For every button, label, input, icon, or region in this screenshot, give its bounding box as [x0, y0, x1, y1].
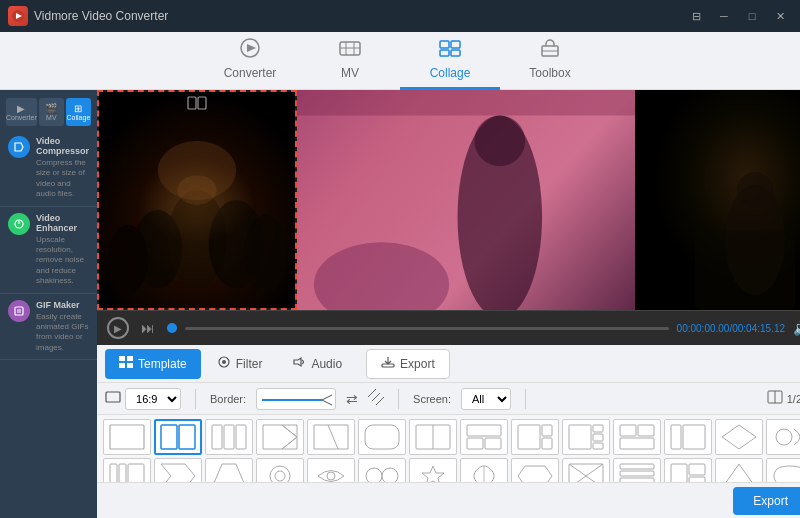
template-15[interactable] — [154, 458, 202, 482]
svg-line-47 — [322, 395, 332, 400]
svg-rect-66 — [467, 438, 483, 449]
template-16[interactable] — [205, 458, 253, 482]
svg-rect-101 — [671, 464, 687, 482]
left-converter-label: Converter — [6, 114, 37, 121]
svg-rect-73 — [593, 434, 603, 441]
minimize-button[interactable]: ─ — [712, 7, 736, 25]
svg-rect-77 — [620, 438, 654, 449]
template-22[interactable] — [511, 458, 559, 482]
template-18[interactable] — [307, 458, 355, 482]
svg-rect-74 — [593, 443, 603, 449]
left-tab-collage[interactable]: ⊞ Collage — [66, 98, 91, 126]
svg-rect-71 — [569, 425, 591, 449]
left-item-text-0: Video Compressor Compress the size or si… — [36, 136, 89, 200]
svg-marker-80 — [722, 425, 756, 449]
template-2[interactable] — [205, 419, 253, 455]
template-5[interactable] — [358, 419, 406, 455]
template-14[interactable] — [103, 458, 151, 482]
svg-marker-3 — [247, 44, 256, 52]
template-10[interactable] — [613, 419, 661, 455]
svg-rect-102 — [689, 464, 705, 475]
pattern-icon — [368, 389, 384, 408]
left-tab-converter[interactable]: ▶ Converter — [6, 98, 37, 126]
collage-icon — [438, 38, 462, 63]
left-item-2[interactable]: GIF Maker Easily create animated GIFs fr… — [0, 294, 97, 361]
progress-bar[interactable] — [185, 327, 669, 330]
top-navigation: Converter MV Collage — [0, 32, 800, 90]
svg-rect-9 — [451, 41, 460, 48]
template-3[interactable] — [256, 419, 304, 455]
template-tab[interactable]: Template — [105, 349, 201, 379]
template-25[interactable] — [664, 458, 712, 482]
template-11[interactable] — [664, 419, 712, 455]
border-dropdown[interactable] — [256, 388, 336, 410]
audio-tab-label: Audio — [311, 357, 342, 371]
volume-icon[interactable]: 🔊 — [793, 320, 800, 336]
svg-line-50 — [372, 393, 380, 401]
left-mv-icon: 🎬 — [45, 103, 57, 114]
crowd-image — [99, 92, 295, 308]
toolbox-icon — [538, 38, 562, 63]
svg-point-23 — [158, 141, 237, 200]
export-button[interactable]: Export — [733, 487, 800, 515]
template-13[interactable] — [766, 419, 800, 455]
swap-icon[interactable]: ⇄ — [346, 391, 358, 407]
svg-line-51 — [376, 397, 384, 405]
play-button[interactable]: ▶ — [107, 317, 129, 339]
audio-tab[interactable]: Audio — [278, 349, 356, 379]
message-button[interactable]: ⊟ — [684, 7, 708, 25]
template-17[interactable] — [256, 458, 304, 482]
filter-tab[interactable]: Filter — [203, 349, 277, 379]
export-tab-button[interactable]: Export — [366, 349, 450, 379]
template-12[interactable] — [715, 419, 763, 455]
svg-rect-79 — [683, 425, 705, 449]
svg-rect-82 — [110, 464, 117, 482]
tab-mv[interactable]: MV — [300, 32, 400, 90]
left-item-title-0: Video Compressor — [36, 136, 89, 156]
svg-rect-65 — [467, 425, 501, 436]
left-item-0[interactable]: Video Compressor Compress the size or si… — [0, 130, 97, 207]
ratio-dropdown[interactable]: 16:9 4:3 1:1 9:16 — [125, 388, 181, 410]
template-19[interactable] — [358, 458, 406, 482]
svg-rect-31 — [297, 90, 635, 116]
close-button[interactable]: ✕ — [768, 7, 792, 25]
template-grid-icon — [119, 356, 133, 371]
preview-left-pane — [297, 90, 635, 310]
export-tab-label: Export — [400, 357, 435, 371]
left-item-1[interactable]: Video Enhancer Upscale resolution, remov… — [0, 207, 97, 294]
template-1[interactable] — [154, 419, 202, 455]
template-0[interactable] — [103, 419, 151, 455]
svg-marker-85 — [161, 464, 195, 482]
template-21[interactable] — [460, 458, 508, 482]
template-23[interactable] — [562, 458, 610, 482]
svg-rect-62 — [365, 425, 399, 449]
options-bar: 16:9 4:3 1:1 9:16 Border: ⇄ — [97, 383, 800, 415]
template-6[interactable] — [409, 419, 457, 455]
template-4[interactable] — [307, 419, 355, 455]
svg-rect-8 — [440, 41, 449, 48]
maximize-button[interactable]: □ — [740, 7, 764, 25]
left-item-text-2: GIF Maker Easily create animated GIFs fr… — [36, 300, 89, 354]
svg-point-34 — [737, 172, 773, 208]
template-9[interactable] — [562, 419, 610, 455]
svg-rect-75 — [620, 425, 636, 436]
ratio-icon — [105, 390, 121, 407]
left-mini-tabs: ▶ Converter 🎬 MV ⊞ Collage — [0, 90, 97, 130]
left-collage-icon: ⊞ — [74, 103, 82, 114]
tab-collage[interactable]: Collage — [400, 32, 500, 90]
next-button[interactable]: ⏭ — [137, 317, 159, 339]
screen-dropdown[interactable]: All 1 2 — [461, 388, 511, 410]
app-icon — [8, 6, 28, 26]
svg-point-21 — [109, 225, 148, 294]
tab-toolbox[interactable]: Toolbox — [500, 32, 600, 90]
tab-converter[interactable]: Converter — [200, 32, 300, 90]
template-8[interactable] — [511, 419, 559, 455]
template-20[interactable] — [409, 458, 457, 482]
template-26[interactable] — [715, 458, 763, 482]
template-7[interactable] — [460, 419, 508, 455]
collage-left-pane[interactable] — [97, 90, 297, 310]
left-tab-mv[interactable]: 🎬 MV — [39, 98, 64, 126]
template-24[interactable] — [613, 458, 661, 482]
template-27[interactable] — [766, 458, 800, 482]
svg-line-94 — [569, 464, 603, 482]
